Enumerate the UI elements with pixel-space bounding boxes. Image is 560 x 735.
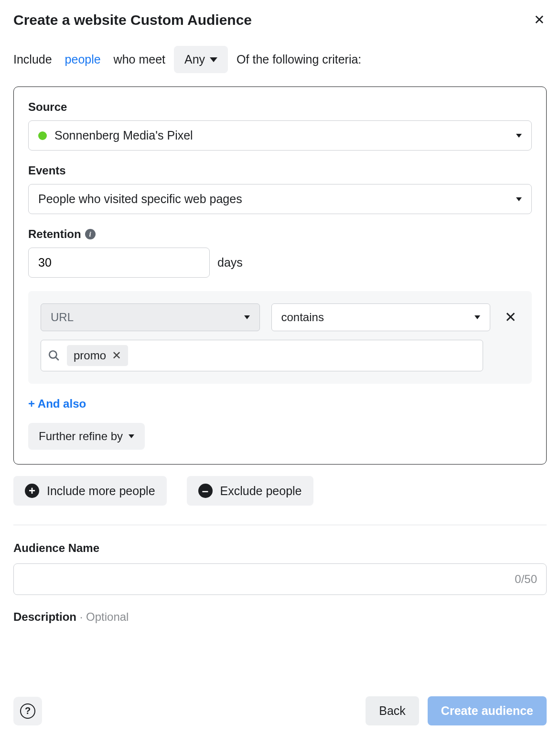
back-button[interactable]: Back <box>366 696 419 725</box>
chevron-down-icon <box>210 57 217 62</box>
people-link[interactable]: people <box>65 53 101 66</box>
source-value: Sonnenberg Media's Pixel <box>54 129 193 142</box>
chevron-down-icon <box>516 197 522 201</box>
keyword-chip-label: promo <box>74 349 106 362</box>
include-more-label: Include more people <box>47 484 155 498</box>
any-dropdown-label: Any <box>184 53 205 66</box>
help-icon: ? <box>20 703 35 719</box>
chevron-down-icon <box>516 134 522 138</box>
days-label: days <box>217 256 243 270</box>
svg-point-0 <box>49 351 56 358</box>
exclude-people-button[interactable]: – Exclude people <box>187 476 313 506</box>
criteria-suffix: Of the following criteria: <box>237 53 361 66</box>
info-icon[interactable]: i <box>85 229 96 239</box>
close-icon[interactable]: ✕ <box>532 11 547 29</box>
retention-label: Retention i <box>28 227 532 241</box>
description-label: Description <box>13 610 76 623</box>
divider <box>13 525 547 525</box>
chevron-down-icon <box>474 315 480 319</box>
svg-line-1 <box>55 357 59 360</box>
exclude-people-label: Exclude people <box>220 484 302 498</box>
minus-circle-icon: – <box>198 484 213 498</box>
criteria-card: Source Sonnenberg Media's Pixel Events P… <box>13 86 547 465</box>
any-dropdown[interactable]: Any <box>174 46 228 73</box>
source-select[interactable]: Sonnenberg Media's Pixel <box>28 120 532 151</box>
keyword-text-input[interactable] <box>135 349 476 362</box>
further-refine-dropdown[interactable]: Further refine by <box>28 423 145 450</box>
source-label: Source <box>28 100 532 114</box>
status-dot-icon <box>38 131 47 140</box>
include-more-people-button[interactable]: + Include more people <box>13 476 167 506</box>
rule-field-value: URL <box>51 311 74 324</box>
and-also-link[interactable]: + And also <box>28 397 86 411</box>
url-rule-block: URL contains ✕ promo ✕ <box>28 291 532 384</box>
retention-input[interactable] <box>28 248 210 278</box>
events-select[interactable]: People who visited specific web pages <box>28 184 532 214</box>
search-icon <box>48 349 60 362</box>
events-value: People who visited specific web pages <box>38 192 242 206</box>
events-label: Events <box>28 164 532 177</box>
remove-keyword-icon[interactable]: ✕ <box>112 350 121 361</box>
who-meet-text: who meet <box>114 53 165 66</box>
keyword-chip: promo ✕ <box>67 345 128 366</box>
audience-name-input[interactable] <box>13 563 547 595</box>
keyword-input-row[interactable]: promo ✕ <box>41 340 483 371</box>
include-criteria-row: Include people who meet Any Of the follo… <box>13 46 547 73</box>
remove-rule-button[interactable]: ✕ <box>502 310 519 324</box>
audience-name-label: Audience Name <box>13 541 547 555</box>
optional-label: Optional <box>86 610 129 623</box>
include-prefix: Include <box>13 53 52 66</box>
description-label-row: Description · Optional <box>13 610 547 624</box>
footer-bar: ? Back Create audience <box>0 687 560 735</box>
char-counter: 0/50 <box>515 573 537 586</box>
create-audience-button[interactable]: Create audience <box>428 696 547 725</box>
plus-circle-icon: + <box>25 484 39 498</box>
rule-field-select[interactable]: URL <box>41 303 260 331</box>
help-button[interactable]: ? <box>13 697 42 725</box>
page-title: Create a website Custom Audience <box>13 12 252 28</box>
rule-operator-select[interactable]: contains <box>271 303 491 331</box>
rule-operator-value: contains <box>281 311 324 324</box>
further-refine-label: Further refine by <box>39 430 123 443</box>
chevron-down-icon <box>129 434 134 438</box>
chevron-down-icon <box>244 315 250 319</box>
